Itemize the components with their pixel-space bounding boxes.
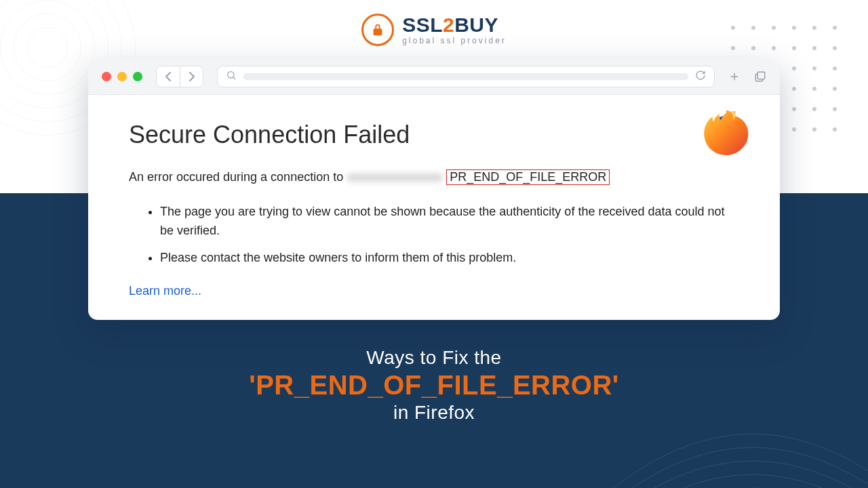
- address-bar[interactable]: [217, 66, 715, 87]
- brand-logo: SSL2BUY global ssl provider: [0, 0, 868, 46]
- firefox-icon: [700, 107, 753, 160]
- tabs-icon[interactable]: [754, 70, 766, 83]
- svg-point-0: [228, 71, 234, 77]
- blurred-domain: [347, 174, 442, 182]
- nav-buttons: [156, 66, 203, 87]
- search-icon: [226, 70, 237, 83]
- caption-line-2: 'PR_END_OF_FILE_ERROR': [0, 370, 868, 401]
- window-controls: [102, 72, 142, 81]
- toolbar-actions: [728, 70, 766, 83]
- new-tab-icon[interactable]: [728, 70, 741, 83]
- browser-content: Secure Connection Failed An error occure…: [88, 95, 780, 320]
- close-icon[interactable]: [102, 72, 111, 81]
- svg-line-1: [233, 77, 235, 79]
- brand-tagline: global ssl provider: [402, 37, 507, 45]
- learn-more-link[interactable]: Learn more...: [129, 284, 201, 298]
- error-description: An error occured during a connection to …: [129, 169, 610, 185]
- list-item: The page you are trying to view cannot b…: [160, 203, 739, 241]
- brand-name: SSL2BUY: [402, 15, 507, 35]
- reload-icon[interactable]: [695, 70, 706, 83]
- error-code-badge: PR_END_OF_FILE_ERROR: [446, 169, 610, 185]
- forward-button[interactable]: [180, 66, 203, 87]
- url-placeholder: [243, 73, 688, 80]
- article-caption: Ways to Fix the 'PR_END_OF_FILE_ERROR' i…: [0, 347, 868, 424]
- lock-icon: [361, 14, 394, 46]
- svg-rect-4: [757, 72, 765, 79]
- error-bullet-list: The page you are trying to view cannot b…: [129, 203, 739, 268]
- back-button[interactable]: [157, 66, 180, 87]
- caption-line-3: in Firefox: [0, 402, 868, 424]
- list-item: Please contact the website owners to inf…: [160, 249, 739, 268]
- error-title: Secure Connection Failed: [129, 121, 739, 149]
- error-prefix: An error occured during a connection to: [129, 170, 343, 184]
- maximize-icon[interactable]: [133, 72, 142, 81]
- minimize-icon[interactable]: [117, 72, 127, 81]
- browser-window: Secure Connection Failed An error occure…: [88, 58, 780, 320]
- caption-line-1: Ways to Fix the: [0, 347, 868, 369]
- browser-toolbar: [88, 58, 780, 95]
